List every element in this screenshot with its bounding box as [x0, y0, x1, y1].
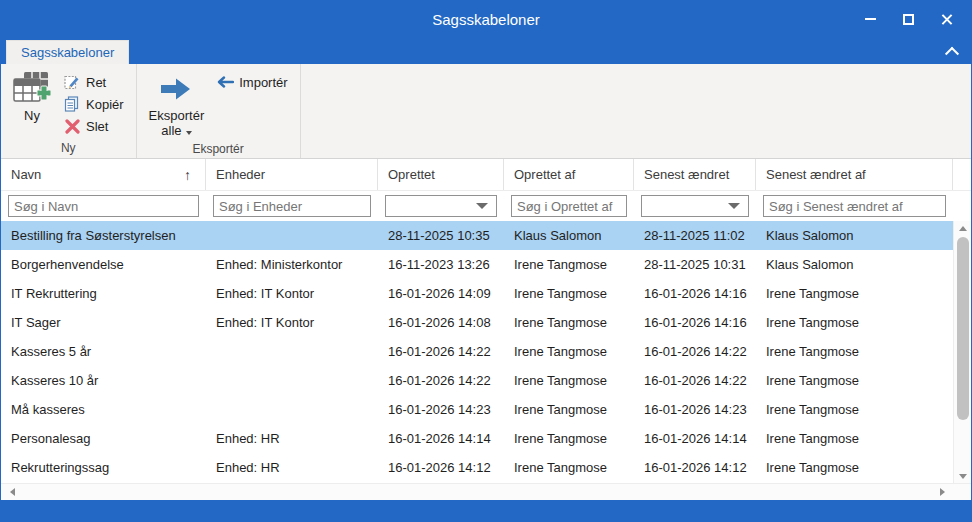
table-row[interactable]: Må kasseres16-01-2026 14:23Irene Tangmos…	[1, 395, 971, 424]
minimize-button[interactable]	[851, 5, 889, 33]
table-row[interactable]: IT SagerEnhed: IT Kontor16-01-2026 14:08…	[1, 308, 971, 337]
table-cell: Irene Tangmose	[504, 257, 634, 272]
table-cell: Personalesag	[1, 431, 206, 446]
column-header-2[interactable]: Oprettet	[378, 159, 504, 190]
export-all-label-line2: alle	[161, 123, 191, 138]
table-cell: 16-01-2026 14:16	[634, 286, 756, 301]
table-cell: Rekrutteringssag	[1, 460, 206, 475]
new-table-icon	[13, 70, 51, 108]
import-arrow-icon	[216, 74, 234, 90]
scroll-left-icon	[10, 488, 15, 496]
new-button-label: Ny	[24, 108, 40, 123]
filter-dropdown-2[interactable]	[385, 195, 497, 217]
column-header-label: Senest ændret af	[766, 167, 866, 182]
horizontal-scrollbar[interactable]	[1, 483, 971, 500]
table-cell: 16-01-2026 14:14	[378, 431, 504, 446]
column-header-1[interactable]: Enheder	[206, 159, 378, 190]
ribbon-group-ny-label: Ny	[7, 140, 130, 158]
table-cell: 16-01-2026 14:14	[634, 431, 756, 446]
column-header-4[interactable]: Senest ændret	[634, 159, 756, 190]
tab-sagsskabeloner[interactable]: Sagsskabeloner	[6, 40, 129, 64]
table-filter-row	[1, 191, 971, 221]
table-row[interactable]: PersonalesagEnhed: HR16-01-2026 14:14Ire…	[1, 424, 971, 453]
table-cell: Bestilling fra Søsterstyrelsen	[1, 228, 206, 243]
status-bar	[1, 500, 971, 521]
import-button[interactable]: Importér	[214, 71, 293, 93]
column-header-5[interactable]: Senest ændret af	[756, 159, 953, 190]
new-button[interactable]: Ny	[7, 67, 57, 126]
filter-input-0[interactable]	[8, 195, 199, 217]
filter-cell-2	[378, 195, 504, 217]
table-cell: Borgerhenvendelse	[1, 257, 206, 272]
copy-button-label: Kopiér	[86, 97, 124, 112]
collapse-ribbon-button[interactable]	[941, 41, 963, 61]
filter-input-1[interactable]	[213, 195, 371, 217]
table-cell: 28-11-2025 11:02	[634, 228, 756, 243]
scroll-down-button[interactable]	[954, 469, 971, 483]
copy-button[interactable]: Kopiér	[61, 93, 130, 115]
scroll-down-icon	[959, 474, 967, 479]
table-cell: 16-01-2026 14:22	[634, 344, 756, 359]
close-button[interactable]	[927, 5, 965, 33]
scroll-left-button[interactable]	[5, 484, 19, 500]
table-cell: Enhed: HR	[206, 460, 378, 475]
table-cell: Enhed: HR	[206, 431, 378, 446]
dropdown-arrow-icon	[476, 203, 488, 209]
edit-button-label: Ret	[86, 75, 106, 90]
table-cell: Irene Tangmose	[756, 431, 953, 446]
table-cell: 28-11-2025 10:31	[634, 257, 756, 272]
table-cell: Må kasseres	[1, 402, 206, 417]
table-cell: 16-11-2023 13:26	[378, 257, 504, 272]
filter-cell-5	[756, 195, 953, 217]
table-row[interactable]: Bestilling fra Søsterstyrelsen28-11-2025…	[1, 221, 971, 250]
table-cell: Irene Tangmose	[756, 286, 953, 301]
import-button-label: Importér	[239, 75, 287, 90]
dropdown-caret-icon	[186, 131, 192, 135]
table-cell: Klaus Salomon	[756, 257, 953, 272]
vertical-scrollbar-thumb[interactable]	[957, 237, 969, 420]
table-cell: Kasseres 5 år	[1, 344, 206, 359]
sort-ascending-icon: ↑	[184, 167, 191, 183]
table-row[interactable]: IT RekrutteringEnhed: IT Kontor16-01-202…	[1, 279, 971, 308]
table-row[interactable]: Kasseres 5 år16-01-2026 14:22Irene Tangm…	[1, 337, 971, 366]
table-row[interactable]: Kasseres 10 år16-01-2026 14:22Irene Tang…	[1, 366, 971, 395]
tab-label: Sagsskabeloner	[21, 45, 114, 60]
filter-input-5[interactable]	[763, 195, 946, 217]
title-bar: Sagsskabeloner	[1, 1, 971, 37]
ribbon: Ny Ret	[1, 64, 971, 159]
delete-icon	[63, 118, 81, 134]
tab-strip: Sagsskabeloner	[1, 37, 971, 64]
filter-input-3[interactable]	[511, 195, 627, 217]
templates-table: Navn↑EnhederOprettetOprettet afSenest æn…	[1, 159, 971, 483]
table-cell: Irene Tangmose	[504, 286, 634, 301]
scroll-up-icon	[959, 226, 967, 231]
filter-dropdown-4[interactable]	[641, 195, 749, 217]
vertical-scrollbar[interactable]	[953, 221, 971, 483]
scroll-right-button[interactable]	[935, 488, 949, 496]
ribbon-group-eksporter-label: Eksportér	[143, 141, 294, 158]
scroll-right-icon	[940, 488, 945, 496]
table-cell: Irene Tangmose	[756, 402, 953, 417]
close-icon	[940, 13, 953, 26]
table-row[interactable]: BorgerhenvendelseEnhed: Ministerkontor16…	[1, 250, 971, 279]
table-cell: 28-11-2025 10:35	[378, 228, 504, 243]
export-all-button[interactable]: Eksportér alle	[143, 67, 211, 141]
table-cell: Irene Tangmose	[504, 402, 634, 417]
edit-button[interactable]: Ret	[61, 71, 130, 93]
app-window: Sagsskabeloner Sagsskabeloner	[0, 0, 972, 522]
table-cell: Irene Tangmose	[756, 315, 953, 330]
table-cell: Klaus Salomon	[504, 228, 634, 243]
minimize-icon	[865, 18, 876, 20]
table-cell: Klaus Salomon	[756, 228, 953, 243]
column-header-0[interactable]: Navn↑	[1, 159, 206, 190]
filter-cell-0	[1, 195, 206, 217]
table-row[interactable]: RekrutteringssagEnhed: HR16-01-2026 14:1…	[1, 453, 971, 482]
delete-button[interactable]: Slet	[61, 115, 130, 137]
scroll-up-button[interactable]	[954, 221, 971, 235]
maximize-button[interactable]	[889, 5, 927, 33]
table-cell: Irene Tangmose	[756, 344, 953, 359]
column-header-3[interactable]: Oprettet af	[504, 159, 634, 190]
table-cell: 16-01-2026 14:23	[634, 402, 756, 417]
column-header-label: Oprettet af	[514, 167, 575, 182]
dropdown-arrow-icon	[728, 203, 740, 209]
